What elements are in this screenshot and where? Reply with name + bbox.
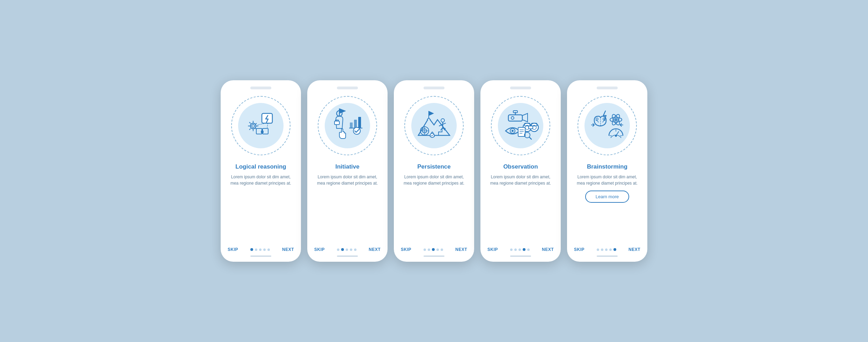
screen-body-observation: Lorem ipsum dolor sit dim amet, mea regi… (486, 174, 555, 186)
dots-1 (250, 248, 270, 251)
svg-rect-11 (354, 120, 357, 128)
screen-body-logical-reasoning: Lorem ipsum dolor sit dim amet, mea regi… (226, 174, 295, 186)
screen-body-initiative: Lorem ipsum dolor sit dim amet, mea regi… (313, 174, 382, 186)
screen-title-observation: Observation (503, 163, 538, 170)
home-indicator-3 (424, 255, 444, 257)
dots-2 (337, 248, 356, 251)
svg-point-41 (596, 118, 598, 120)
phone-screen-brainstorming: Brainstorming Lorem ipsum dolor sit dim … (567, 80, 647, 262)
svg-line-6 (267, 123, 268, 128)
svg-point-0 (250, 123, 256, 129)
next-button-3[interactable]: NEXT (455, 247, 467, 252)
skip-button-3[interactable]: SKIP (401, 247, 411, 252)
phone-screen-logical-reasoning: Logical reasoning Lorem ipsum dolor sit … (221, 80, 301, 262)
dot-2-0 (337, 248, 339, 251)
dot-2-4 (354, 248, 356, 251)
dot-1-3 (263, 248, 266, 251)
screens-container: Logical reasoning Lorem ipsum dolor sit … (221, 80, 647, 262)
illustration-initiative (316, 94, 379, 157)
learn-more-button[interactable]: Learn more (585, 191, 629, 203)
screen-title-initiative: Initiative (336, 163, 360, 170)
screen-body-persistence: Lorem ipsum dolor sit dim amet, mea regi… (399, 174, 469, 186)
persistence-icon (415, 106, 453, 146)
dot-3-3 (436, 248, 439, 251)
phone-screen-initiative: Initiative Lorem ipsum dolor sit dim ame… (307, 80, 388, 262)
dot-5-1 (601, 248, 603, 251)
screen-title-brainstorming: Brainstorming (587, 163, 627, 170)
phone-screen-persistence: Persistence Lorem ipsum dolor sit dim am… (394, 80, 474, 262)
skip-button-1[interactable]: SKIP (228, 247, 238, 252)
home-indicator-5 (597, 255, 618, 257)
logical-reasoning-icon (242, 106, 280, 146)
svg-rect-35 (518, 127, 525, 136)
dot-4-3 (523, 248, 525, 251)
dot-5-3 (609, 248, 612, 251)
next-button-5[interactable]: NEXT (628, 247, 640, 252)
svg-point-43 (614, 118, 618, 121)
svg-point-27 (512, 130, 514, 132)
dot-3-0 (424, 248, 426, 251)
dot-3-4 (441, 248, 443, 251)
svg-rect-25 (513, 111, 517, 113)
nav-row-2: SKIP NEXT (313, 247, 382, 252)
home-indicator-2 (337, 255, 358, 257)
svg-rect-10 (350, 122, 353, 128)
observation-icon (501, 106, 540, 146)
nav-row-3: SKIP NEXT (399, 247, 469, 252)
initiative-icon (328, 106, 367, 146)
dot-4-0 (510, 248, 513, 251)
phone-notch-2 (337, 87, 358, 89)
home-indicator-4 (510, 255, 531, 257)
dots-4 (510, 248, 530, 251)
dot-1-0 (250, 248, 253, 251)
svg-rect-32 (529, 126, 533, 129)
illustration-observation (489, 94, 552, 157)
nav-row-5: SKIP NEXT (573, 247, 642, 252)
home-indicator-1 (250, 255, 271, 257)
svg-point-23 (511, 117, 514, 119)
dot-5-2 (605, 248, 608, 251)
dots-5 (597, 248, 616, 251)
svg-rect-8 (334, 121, 339, 125)
next-button-2[interactable]: NEXT (369, 247, 381, 252)
screen-title-logical-reasoning: Logical reasoning (235, 163, 286, 170)
svg-line-40 (529, 137, 531, 139)
dot-1-2 (259, 248, 262, 251)
nav-row-1: SKIP NEXT (226, 247, 295, 252)
dot-4-4 (527, 248, 530, 251)
svg-point-20 (441, 119, 444, 122)
brainstorming-icon (588, 106, 626, 146)
screen-title-persistence: Persistence (417, 163, 450, 170)
nav-row-4: SKIP NEXT (486, 247, 555, 252)
dot-5-4 (613, 248, 616, 251)
screen-body-brainstorming: Lorem ipsum dolor sit dim amet, mea regi… (573, 174, 642, 186)
phone-notch-5 (597, 87, 618, 89)
dot-3-2 (432, 248, 435, 251)
dot-3-1 (428, 248, 430, 251)
phone-notch (250, 87, 271, 89)
phone-screen-observation: Observation Lorem ipsum dolor sit dim am… (480, 80, 561, 262)
dot-2-2 (346, 248, 348, 251)
svg-point-1 (252, 125, 255, 127)
svg-rect-22 (508, 115, 522, 121)
svg-point-48 (615, 135, 617, 137)
svg-rect-12 (358, 117, 361, 128)
next-button-1[interactable]: NEXT (282, 247, 294, 252)
next-button-4[interactable]: NEXT (542, 247, 554, 252)
dot-2-3 (350, 248, 352, 251)
skip-button-5[interactable]: SKIP (574, 247, 584, 252)
dots-3 (424, 248, 443, 251)
illustration-persistence (403, 94, 465, 157)
illustration-brainstorming (576, 94, 639, 157)
illustration-logical-reasoning (229, 94, 292, 157)
dot-1-4 (267, 248, 270, 251)
phone-notch-4 (510, 87, 531, 89)
dot-2-1 (341, 248, 344, 251)
dot-4-2 (518, 248, 521, 251)
phone-notch-3 (424, 87, 444, 89)
skip-button-2[interactable]: SKIP (314, 247, 325, 252)
dot-5-0 (597, 248, 599, 251)
skip-button-4[interactable]: SKIP (487, 247, 498, 252)
dot-4-1 (514, 248, 517, 251)
dot-1-1 (255, 248, 257, 251)
